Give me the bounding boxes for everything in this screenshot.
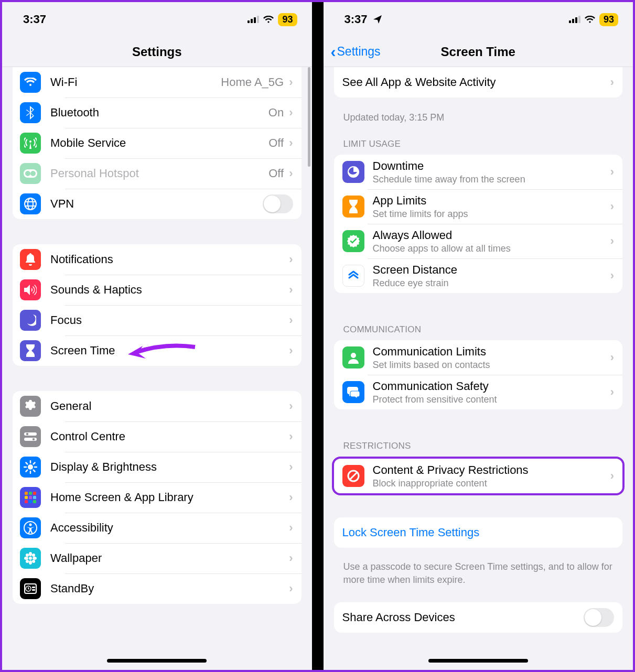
- chevron-right-icon: ›: [289, 582, 293, 595]
- svg-rect-44: [32, 589, 35, 591]
- distance-icon: [342, 265, 364, 287]
- chevron-right-icon: ›: [289, 313, 293, 327]
- row-focus[interactable]: Focus ›: [13, 305, 302, 335]
- limit-header: LIMIT USAGE: [324, 123, 633, 155]
- svg-rect-29: [33, 500, 36, 503]
- vpn-toggle[interactable]: [263, 194, 293, 213]
- row-sub: Protect from sensitive content: [373, 394, 610, 406]
- chevron-right-icon: ›: [289, 430, 293, 443]
- row-downtime[interactable]: Downtime Schedule time away from the scr…: [334, 155, 623, 189]
- bell-icon: [20, 249, 41, 270]
- chevron-left-icon: ‹: [331, 44, 336, 60]
- row-label: Sounds & Haptics: [50, 283, 289, 297]
- row-restrictions[interactable]: Content & Privacy Restrictions Block ina…: [334, 459, 623, 493]
- svg-point-35: [24, 557, 28, 560]
- svg-rect-25: [29, 496, 32, 499]
- row-bluetooth[interactable]: Bluetooth On ›: [13, 97, 302, 128]
- svg-rect-22: [29, 492, 32, 495]
- row-sounds[interactable]: Sounds & Haptics ›: [13, 275, 302, 305]
- status-bar: 3:37 93: [324, 2, 633, 37]
- chevron-right-icon: ›: [610, 165, 614, 179]
- row-activity[interactable]: See All App & Website Activity ›: [334, 67, 623, 97]
- back-button[interactable]: ‹ Settings: [331, 44, 381, 60]
- row-allowed[interactable]: Always Allowed Choose apps to allow at a…: [334, 224, 623, 258]
- row-control[interactable]: Control Centre ›: [13, 421, 302, 452]
- wifi-icon: [263, 16, 274, 24]
- row-home[interactable]: Home Screen & App Library ›: [13, 482, 302, 513]
- row-title: App Limits: [373, 193, 610, 208]
- row-screentime[interactable]: Screen Time ›: [13, 335, 302, 366]
- row-vpn[interactable]: VPN: [13, 189, 302, 219]
- row-display[interactable]: Display & Brightness ›: [13, 452, 302, 482]
- svg-point-5: [28, 198, 33, 210]
- row-notifications[interactable]: Notifications ›: [13, 244, 302, 275]
- svg-point-34: [29, 560, 32, 565]
- chevron-right-icon: ›: [289, 106, 293, 120]
- hotspot-icon: [20, 163, 41, 184]
- row-hotspot[interactable]: Personal Hotspot Off ›: [13, 158, 302, 189]
- location-icon: [373, 15, 382, 24]
- vpn-icon: [20, 193, 41, 214]
- row-general[interactable]: General ›: [13, 391, 302, 421]
- row-commsafety[interactable]: Communication Safety Protect from sensit…: [334, 375, 623, 409]
- svg-rect-0: [247, 20, 250, 23]
- row-lock[interactable]: Lock Screen Time Settings: [334, 517, 623, 548]
- row-applimits[interactable]: App Limits Set time limits for apps ›: [334, 189, 623, 224]
- svg-rect-3: [257, 16, 259, 23]
- share-toggle[interactable]: [584, 608, 614, 627]
- chevron-right-icon: ›: [289, 167, 293, 180]
- scrollbar[interactable]: [308, 67, 310, 167]
- share-group: Share Across Devices: [334, 602, 623, 633]
- row-share[interactable]: Share Across Devices: [334, 602, 623, 633]
- apps-grid-icon: [20, 487, 41, 508]
- wifi-icon: [20, 72, 41, 93]
- chevron-right-icon: ›: [289, 344, 293, 357]
- chevron-right-icon: ›: [289, 75, 293, 89]
- row-title: Screen Distance: [373, 263, 610, 277]
- svg-point-37: [26, 554, 29, 557]
- row-label: Display & Brightness: [50, 460, 289, 474]
- screentime-phone: 3:37 93 ‹ Settings Screen Time: [324, 2, 633, 670]
- battery-badge: 93: [278, 13, 297, 26]
- screentime-scroll[interactable]: See All App & Website Activity › Updated…: [324, 67, 633, 670]
- row-title: Always Allowed: [373, 228, 610, 243]
- bluetooth-icon: [20, 102, 41, 123]
- row-accessibility[interactable]: Accessibility ›: [13, 513, 302, 543]
- row-title: Content & Privacy Restrictions: [373, 463, 610, 478]
- notifications-group: Notifications › Sounds & Haptics › Focus…: [13, 244, 302, 366]
- row-wifi[interactable]: Wi-Fi Home A_5G ›: [13, 67, 302, 97]
- chevron-right-icon: ›: [289, 460, 293, 474]
- home-indicator[interactable]: [107, 659, 207, 663]
- chevron-right-icon: ›: [289, 136, 293, 150]
- chevron-right-icon: ›: [289, 399, 293, 413]
- row-standby[interactable]: StandBy ›: [13, 573, 302, 604]
- row-title: Communication Safety: [373, 379, 610, 394]
- general-group: General › Control Centre › Display & Bri…: [13, 391, 302, 604]
- svg-rect-24: [25, 496, 28, 499]
- svg-point-4: [25, 198, 36, 210]
- settings-scroll[interactable]: Wi-Fi Home A_5G › Bluetooth On › M: [2, 67, 312, 670]
- svg-rect-48: [578, 16, 580, 23]
- person-icon: [342, 346, 364, 368]
- svg-point-33: [29, 552, 32, 556]
- row-sub: Reduce eye strain: [373, 277, 610, 289]
- chevron-right-icon: ›: [289, 551, 293, 565]
- row-commlimits[interactable]: Communication Limits Set limits based on…: [334, 340, 623, 375]
- row-value: Off: [268, 167, 284, 180]
- chevron-right-icon: ›: [610, 385, 614, 399]
- row-mobile[interactable]: Mobile Service Off ›: [13, 128, 302, 158]
- hourglass-icon: [342, 196, 364, 218]
- svg-line-18: [34, 470, 35, 472]
- lock-group: Lock Screen Time Settings: [334, 517, 623, 548]
- row-label: Share Across Devices: [342, 611, 584, 624]
- wifi-icon: [585, 16, 595, 24]
- moon-icon: [20, 310, 41, 331]
- svg-rect-27: [25, 500, 28, 503]
- row-label: Home Screen & App Library: [50, 491, 289, 504]
- home-indicator[interactable]: [428, 659, 528, 663]
- highlight-box: Content & Privacy Restrictions Block ina…: [332, 457, 625, 495]
- page-title: Screen Time: [441, 45, 515, 59]
- row-wallpaper[interactable]: Wallpaper ›: [13, 543, 302, 573]
- row-distance[interactable]: Screen Distance Reduce eye strain ›: [334, 258, 623, 293]
- battery-badge: 93: [599, 13, 618, 26]
